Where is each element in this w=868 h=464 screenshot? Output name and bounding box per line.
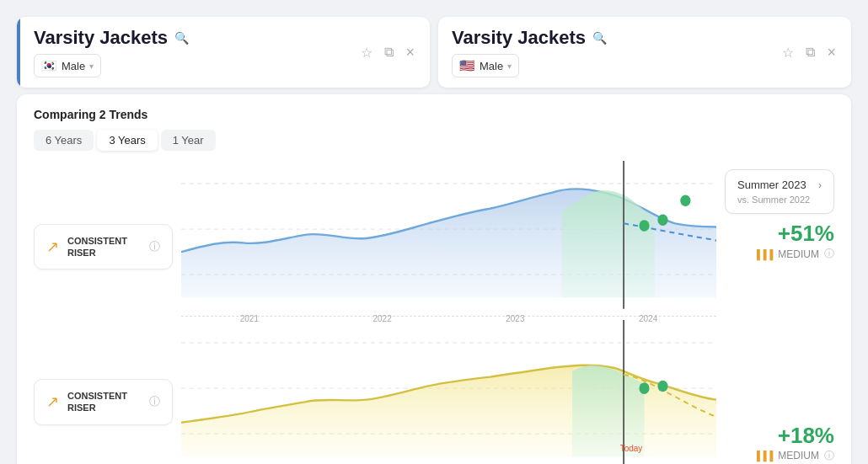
card2-search-icon[interactable]: 🔍: [592, 31, 607, 45]
comparing-title: Comparing 2 Trends: [34, 108, 834, 121]
season-chevron-icon[interactable]: ›: [818, 179, 822, 191]
chart2-wrapper: 2021 2022 2023 2024 Today: [181, 320, 716, 464]
badge1-arrow-icon: ↗: [46, 237, 59, 256]
season-vs: vs. Summer 2022: [737, 195, 822, 205]
stat2-value: +18%: [778, 423, 834, 449]
tab-1year[interactable]: 1 Year: [161, 130, 216, 151]
stat1-value: +51%: [778, 221, 834, 247]
stat1-bars-icon: ▐▐▐: [753, 249, 773, 259]
time-tabs: 6 Years 3 Years 1 Year: [34, 130, 834, 151]
card2-close-button[interactable]: ×: [825, 42, 838, 63]
chart2-svg: [181, 320, 716, 464]
tab-3years[interactable]: 3 Years: [97, 130, 157, 151]
card1-title: Varsity Jackets: [34, 27, 168, 49]
main-content: Comparing 2 Trends 6 Years 3 Years 1 Yea…: [17, 94, 851, 464]
badge2-arrow-icon: ↗: [46, 392, 59, 411]
badge1-info-icon[interactable]: ⓘ: [149, 239, 160, 254]
spacer: [725, 269, 834, 423]
card1-search-icon[interactable]: 🔍: [174, 31, 189, 45]
tab-6years[interactable]: 6 Years: [34, 130, 94, 151]
stat2-bars-icon: ▐▐▐: [753, 451, 773, 461]
card1-region-select[interactable]: 🇰🇷 Male ▾: [34, 54, 101, 77]
card1-copy-button[interactable]: ⧉: [383, 43, 395, 61]
card1-region-label: Male: [62, 60, 85, 72]
stat2-volume: MEDIUM: [778, 450, 819, 461]
stat-block-2: +18% ▐▐▐ MEDIUM ⓘ: [725, 423, 834, 463]
card2-region-label: Male: [480, 60, 503, 72]
stat-block-1: +51% ▐▐▐ MEDIUM ⓘ: [725, 221, 834, 261]
svg-point-5: [657, 215, 667, 227]
card2-copy-button[interactable]: ⧉: [804, 43, 817, 61]
badge2-info-icon[interactable]: ⓘ: [149, 394, 160, 409]
svg-point-4: [639, 220, 649, 232]
card2-region-select[interactable]: 🇺🇸 Male ▾: [452, 54, 519, 77]
badge-card-2: ↗ CONSISTENT RISER ⓘ: [34, 379, 173, 425]
card1-star-button[interactable]: ☆: [359, 43, 374, 62]
card2-flag: 🇺🇸: [459, 58, 475, 73]
stat1-volume: MEDIUM: [778, 248, 819, 260]
charts-center: 2021 2022 2023 2024: [181, 161, 716, 464]
svg-point-11: [639, 382, 649, 394]
badge-card-1: ↗ CONSISTENT RISER ⓘ: [34, 224, 173, 270]
stat1-info-icon[interactable]: ⓘ: [824, 247, 834, 261]
badge2-text: CONSISTENT RISER: [67, 390, 141, 414]
card1-flag: 🇰🇷: [41, 58, 57, 73]
chart1-wrapper: 2021 2022 2023 2024: [181, 161, 716, 309]
season-current: Summer 2023: [737, 179, 806, 191]
svg-point-6: [680, 195, 690, 207]
season-card: Summer 2023 › vs. Summer 2022: [725, 169, 834, 214]
right-panel: Summer 2023 › vs. Summer 2022 +51% ▐▐▐ M…: [716, 161, 834, 464]
header-card-1: Varsity Jackets 🔍 🇰🇷 Male ▾ ☆ ⧉ ×: [17, 17, 430, 88]
charts-area: ↗ CONSISTENT RISER ⓘ ↗ CONSISTENT RISER …: [34, 161, 834, 464]
stat2-info-icon[interactable]: ⓘ: [824, 449, 834, 463]
card1-close-button[interactable]: ×: [404, 42, 416, 63]
badge1-text: CONSISTENT RISER: [67, 235, 141, 259]
left-badges: ↗ CONSISTENT RISER ⓘ ↗ CONSISTENT RISER …: [34, 161, 181, 464]
today-label: Today: [620, 444, 643, 453]
card2-title: Varsity Jackets: [452, 27, 586, 49]
svg-point-12: [657, 380, 667, 392]
chart1-svg: [181, 161, 716, 309]
header-card-2: Varsity Jackets 🔍 🇺🇸 Male ▾ ☆ ⧉ ×: [438, 17, 851, 88]
card2-star-button[interactable]: ☆: [780, 43, 796, 62]
